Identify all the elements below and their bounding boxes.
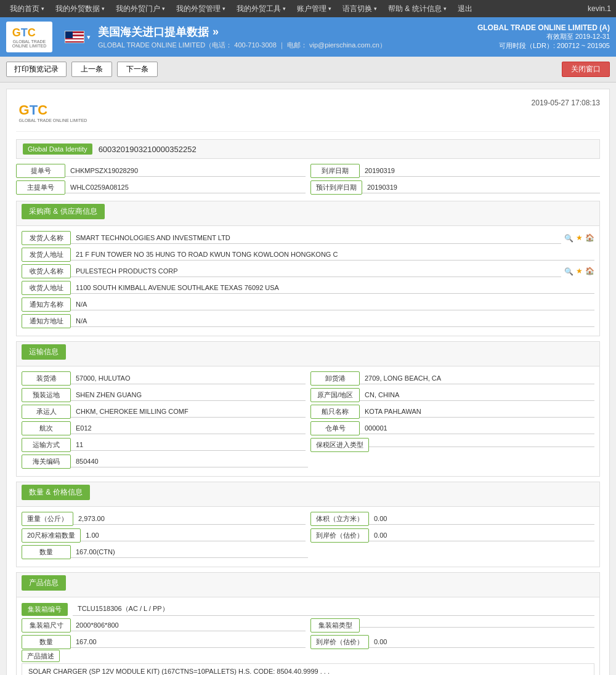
vessel-name-label: 船只名称 <box>310 405 360 419</box>
prev-button-top[interactable]: 上一条 <box>71 62 112 77</box>
container-no-row: 集装箱编号 TCLU1518306（AC / L / PP） <box>22 602 594 616</box>
voyage-value: E012 <box>71 422 306 434</box>
main-bill-no-value: WHLC0259A08125 <box>65 182 306 193</box>
load-port-label: 装货港 <box>22 371 71 386</box>
product-quantity-price-row: 数量 167.00 到岸价（估价） 0.00 <box>22 635 594 649</box>
arrival-date-label: 到岸日期 <box>310 164 360 178</box>
container-no-value: TCLU1518306（AC / L / PP） <box>73 602 594 616</box>
nav-trade-data[interactable]: 我的外贸数据▾ <box>51 0 110 17</box>
print-button-top[interactable]: 打印预览记录 <box>6 62 67 77</box>
carrier-row: 承运人 CHKM, CHEROKEE MILLING COMF 船只名称 KOT… <box>22 405 594 419</box>
ftz-entry-label: 保税区进入类型 <box>310 438 369 452</box>
flag-area: ▾ <box>65 31 91 43</box>
next-button-top[interactable]: 下一条 <box>117 62 158 77</box>
shipper-home-icon[interactable]: 🏠 <box>585 233 594 243</box>
nav-tools[interactable]: 我的外贸工具▾ <box>232 0 291 17</box>
bill-of-lading-field: 仓单号 000001 <box>310 421 594 435</box>
buyer-supplier-section: 采购商 & 供应商信息 发货人名称 SMART TECHNOLOGIES AND… <box>16 201 600 336</box>
pre-carriage-field: 预装运地 SHEN ZHEN GUANG <box>22 388 306 402</box>
container20-value: 1.00 <box>81 530 306 541</box>
discharge-port-label: 卸货港 <box>310 371 360 386</box>
discharge-port-field: 卸货港 2709, LONG BEACH, CA <box>310 371 594 386</box>
header-bar: GTC GLOBAL TRADEONLINE LIMITED ▾ 美国海关进口提… <box>0 17 616 57</box>
transport-mode-label: 运输方式 <box>22 438 71 452</box>
container20-field: 20尺标准箱数量 1.00 <box>22 528 306 543</box>
container-type-field: 集装箱类型 <box>310 618 594 633</box>
logo-text: GTC <box>12 26 47 39</box>
customs-code-label: 海关编码 <box>22 455 71 469</box>
arrival-date-field: 到岸日期 20190319 <box>310 164 600 178</box>
weight-label: 重量（公斤） <box>22 512 73 526</box>
nav-help[interactable]: 帮助 & 统计信息▾ <box>383 0 452 17</box>
quantity-label: 数量 <box>22 545 71 559</box>
landed-price-label: 到岸价（估价） <box>310 528 369 543</box>
close-button-top[interactable]: 关闭窗口 <box>562 62 610 77</box>
doc-logo-sub: GLOBAL TRADE ONLINE LIMITED <box>19 118 87 123</box>
consignee-search-icon[interactable]: 🔍 <box>564 267 573 277</box>
consignee-home-icon[interactable]: 🏠 <box>585 267 594 277</box>
product-quantity-value: 167.00 <box>71 636 306 648</box>
container-no-field: 集装箱编号 TCLU1518306（AC / L / PP） <box>22 602 594 616</box>
nav-logout[interactable]: 退出 <box>453 0 477 17</box>
shipper-name-label: 发货人名称 <box>22 231 71 245</box>
product-landed-price-label: 到岸价（估价） <box>310 635 369 649</box>
container-type-value <box>360 623 594 628</box>
carrier-label: 承运人 <box>22 405 71 419</box>
notify-addr-label: 通知方地址 <box>22 314 71 328</box>
consignee-addr-value: 1100 SOUTH KIMBALL AVENUE SOUTHLAKE TEXA… <box>71 282 594 294</box>
logo-area: GTC GLOBAL TRADEONLINE LIMITED <box>6 22 52 52</box>
pre-carriage-value: SHEN ZHEN GUANG <box>71 389 306 401</box>
container-size-row: 集装箱尺寸 2000*806*800 集装箱类型 <box>22 618 594 633</box>
bill-of-lading-label: 仓单号 <box>310 421 360 435</box>
notify-name-row: 通知方名称 N/A <box>22 297 594 312</box>
consignee-addr-row: 收货人地址 1100 SOUTH KIMBALL AVENUE SOUTHLAK… <box>22 281 594 295</box>
gdi-label: Global Data Identity <box>23 143 92 155</box>
voyage-field: 航次 E012 <box>22 421 306 435</box>
consignee-name-label: 收货人名称 <box>22 264 71 278</box>
nav-account[interactable]: 账户管理▾ <box>292 0 336 17</box>
port-row: 装货港 57000, HULUTAO 卸货港 2709, LONG BEACH,… <box>22 371 594 386</box>
landed-price-value: 0.00 <box>369 530 594 541</box>
volume-label: 体积（立方米） <box>310 512 369 526</box>
logo-image: GTC GLOBAL TRADEONLINE LIMITED <box>6 22 52 52</box>
main-bill-no-field: 主提单号 WHLC0259A08125 <box>16 180 306 195</box>
bill-no-field: 提单号 CHKMPSZX19028290 <box>16 164 306 178</box>
buyer-supplier-title: 采购商 & 供应商信息 <box>22 204 105 219</box>
nav-portal[interactable]: 我的外贸门户▾ <box>111 0 170 17</box>
customs-code-field: 海关编码 850440 <box>22 455 308 469</box>
volume-field: 体积（立方米） 0.00 <box>310 512 594 526</box>
nav-language[interactable]: 语言切换▾ <box>338 0 382 17</box>
quantity-price-title: 数量 & 价格信息 <box>22 485 90 500</box>
ftz-entry-value <box>369 443 594 447</box>
ldr-info: 可用时段（LDR）: 200712 ~ 201905 <box>477 41 610 51</box>
consignee-star-icon[interactable]: ★ <box>576 267 583 277</box>
document-header: GTC GLOBAL TRADE ONLINE LIMITED 2019-05-… <box>16 99 600 132</box>
container-size-field: 集装箱尺寸 2000*806*800 <box>22 618 306 633</box>
origin-country-label: 原产国/地区 <box>310 388 360 402</box>
quantity-value: 167.00(CTN) <box>71 546 308 558</box>
description-value: SOLAR CHARGER (SP 12V MODULE KIT) (167CT… <box>22 663 594 675</box>
doc-logo-image: GTC GLOBAL TRADE ONLINE LIMITED <box>16 99 90 126</box>
bill-no-label: 提单号 <box>16 164 65 178</box>
consignee-addr-label: 收货人地址 <box>22 281 71 295</box>
main-bill-no-label: 主提单号 <box>16 180 65 195</box>
weight-value: 2,973.00 <box>73 513 306 525</box>
shipper-name-field: 发货人名称 SMART TECHNOLOGIES AND INVESTMENT … <box>22 231 594 245</box>
consignee-addr-field: 收货人地址 1100 SOUTH KIMBALL AVENUE SOUTHLAK… <box>22 281 594 295</box>
notify-addr-field: 通知方地址 N/A <box>22 314 594 328</box>
origin-country-field: 原产国/地区 CN, CHINA <box>310 388 594 402</box>
shipper-search-icon[interactable]: 🔍 <box>564 233 573 243</box>
shipper-star-icon[interactable]: ★ <box>576 233 583 243</box>
bill-of-lading-value: 000001 <box>360 422 594 434</box>
product-title-bar: 产品信息 <box>17 573 599 597</box>
product-section: 产品信息 集装箱编号 TCLU1518306（AC / L / PP） 集装箱尺… <box>16 572 600 675</box>
nav-home[interactable]: 我的首页▾ <box>5 0 49 17</box>
transport-mode-field: 运输方式 11 <box>22 438 306 452</box>
pre-carriage-label: 预装运地 <box>22 388 71 402</box>
notify-name-value: N/A <box>71 299 594 310</box>
transport-mode-value: 11 <box>71 439 306 451</box>
voyage-label: 航次 <box>22 421 71 435</box>
customs-code-value: 850440 <box>71 456 308 467</box>
nav-manage[interactable]: 我的外贸管理▾ <box>171 0 230 17</box>
top-navigation: 我的首页▾ 我的外贸数据▾ 我的外贸门户▾ 我的外贸管理▾ 我的外贸工具▾ 账户… <box>0 0 616 17</box>
